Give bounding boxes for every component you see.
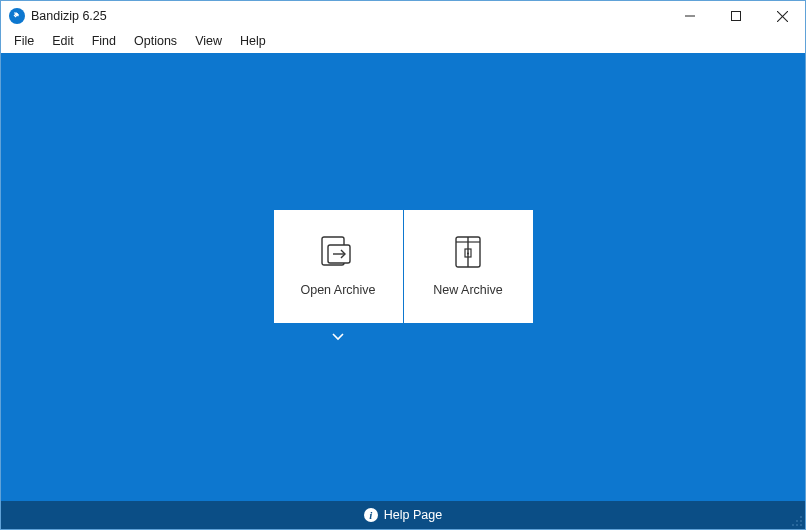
open-archive-icon [321, 235, 355, 269]
svg-point-17 [800, 524, 802, 526]
content-area: Open Archive New Archive [1, 53, 805, 501]
svg-point-15 [792, 524, 794, 526]
menu-find[interactable]: Find [83, 32, 125, 50]
new-archive-label: New Archive [433, 283, 502, 297]
maximize-icon [731, 11, 741, 21]
help-page-link[interactable]: Help Page [384, 508, 442, 522]
open-archive-button[interactable]: Open Archive [274, 210, 403, 323]
svg-point-13 [796, 520, 798, 522]
menu-edit[interactable]: Edit [43, 32, 83, 50]
statusbar: i Help Page [1, 501, 805, 529]
tile-row: Open Archive New Archive [274, 210, 533, 323]
menu-help[interactable]: Help [231, 32, 275, 50]
window-controls [667, 1, 805, 31]
chevron-down-icon [332, 333, 344, 341]
close-button[interactable] [759, 1, 805, 31]
resize-grip[interactable] [789, 513, 803, 527]
menubar: File Edit Find Options View Help [1, 31, 805, 53]
info-icon: i [364, 508, 378, 522]
new-archive-icon [451, 235, 485, 269]
svg-point-16 [796, 524, 798, 526]
titlebar[interactable]: Bandizip 6.25 [1, 1, 805, 31]
close-icon [777, 11, 788, 22]
svg-point-14 [800, 520, 802, 522]
menu-options[interactable]: Options [125, 32, 186, 50]
maximize-button[interactable] [713, 1, 759, 31]
new-archive-button[interactable]: New Archive [404, 210, 533, 323]
app-icon [9, 8, 25, 24]
open-archive-label: Open Archive [300, 283, 375, 297]
app-window: Bandizip 6.25 File Edit Find [0, 0, 806, 530]
open-archive-dropdown[interactable] [330, 329, 346, 345]
minimize-button[interactable] [667, 1, 713, 31]
svg-point-11 [467, 253, 469, 255]
minimize-icon [685, 11, 695, 21]
menu-file[interactable]: File [5, 32, 43, 50]
app-title: Bandizip 6.25 [31, 9, 107, 23]
svg-rect-1 [732, 12, 741, 21]
menu-view[interactable]: View [186, 32, 231, 50]
svg-point-12 [800, 516, 802, 518]
